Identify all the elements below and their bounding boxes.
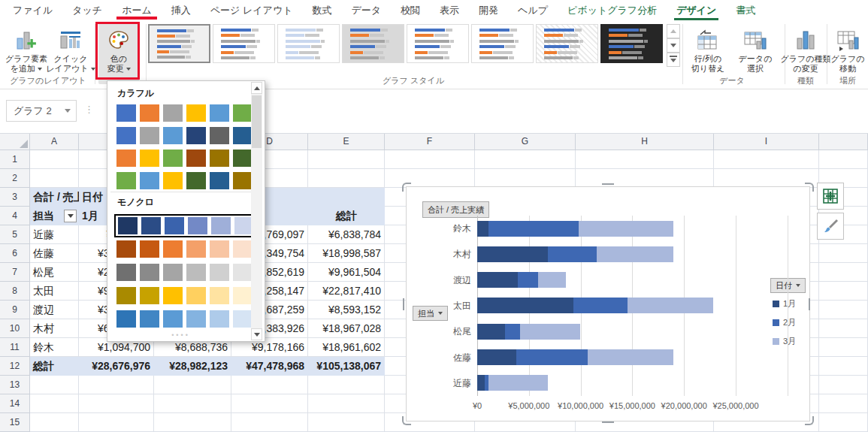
row-header-13[interactable]: 13 xyxy=(0,376,30,394)
tab-校閲[interactable]: 校閲 xyxy=(391,0,430,20)
bar-segment-1月[interactable] xyxy=(477,324,505,340)
colorful-palette-row-3[interactable] xyxy=(116,150,253,167)
bar-segment-3月[interactable] xyxy=(538,272,566,288)
color-swatch[interactable] xyxy=(163,150,183,167)
pivot-grand-total[interactable]: ¥28,982,123 xyxy=(154,357,231,376)
cell[interactable] xyxy=(819,357,868,376)
bar-segment-2月[interactable] xyxy=(516,349,587,365)
color-swatch[interactable] xyxy=(140,310,159,328)
color-swatch[interactable] xyxy=(188,217,207,234)
color-swatch[interactable] xyxy=(186,264,206,281)
column-header-A[interactable]: A xyxy=(30,133,79,150)
cell[interactable] xyxy=(231,413,308,432)
cell[interactable] xyxy=(308,169,385,188)
pivot-row-label[interactable]: 鈴木 xyxy=(30,338,79,357)
tab-ページ レイアウト[interactable]: ページ レイアウト xyxy=(201,0,303,20)
pivot-row-total[interactable]: ¥18,998,587 xyxy=(308,244,385,263)
bar-segment-2月[interactable] xyxy=(488,221,579,237)
tab-データ[interactable]: データ xyxy=(342,0,392,20)
colorful-palette-row-2[interactable] xyxy=(116,127,253,144)
column-header-G[interactable]: G xyxy=(475,133,576,150)
cell[interactable] xyxy=(819,150,868,169)
chart-style-thumbnail-7[interactable] xyxy=(536,24,598,63)
gallery-scroll-down-icon[interactable] xyxy=(667,38,680,53)
tab-タッチ[interactable]: タッチ xyxy=(62,0,112,20)
menu-resize-handle[interactable]: •••• xyxy=(107,331,254,339)
bar-segment-2月[interactable] xyxy=(518,272,539,288)
cell[interactable] xyxy=(308,376,385,394)
cell[interactable] xyxy=(819,301,868,319)
color-swatch[interactable] xyxy=(186,240,206,258)
gallery-more-styles-icon[interactable] xyxy=(667,53,680,67)
formula-bar-drag-handle[interactable]: ⋮ xyxy=(84,104,95,115)
bar-segment-2月[interactable] xyxy=(573,298,628,313)
color-swatch[interactable] xyxy=(186,310,206,328)
color-swatch[interactable] xyxy=(163,310,183,328)
row-header-5[interactable]: 5 xyxy=(0,225,30,244)
pivot-row-label[interactable]: 松尾 xyxy=(30,263,79,282)
color-swatch[interactable] xyxy=(163,104,183,122)
color-swatch[interactable] xyxy=(210,104,229,122)
pivot-row-total[interactable]: ¥22,817,410 xyxy=(308,282,385,301)
color-swatch[interactable] xyxy=(140,127,159,144)
color-swatch[interactable] xyxy=(210,264,229,281)
color-swatch[interactable] xyxy=(140,240,159,258)
column-header-I[interactable]: I xyxy=(714,133,819,150)
menu-scrollbar[interactable] xyxy=(251,82,262,340)
tab-挿入[interactable]: 挿入 xyxy=(162,0,201,20)
color-swatch[interactable] xyxy=(140,104,159,122)
color-swatch[interactable] xyxy=(210,310,229,328)
color-swatch[interactable] xyxy=(140,264,159,281)
pivot-grand-total-label[interactable]: 総計 xyxy=(30,357,79,376)
cell[interactable] xyxy=(30,413,79,432)
column-header-H[interactable]: H xyxy=(576,133,714,150)
bar-segment-3月[interactable] xyxy=(588,349,674,365)
pivot-header-grand-total[interactable]: 総計 xyxy=(308,207,385,225)
row-header-9[interactable]: 9 xyxy=(0,301,30,319)
tab-デザイン[interactable]: デザイン xyxy=(667,0,726,20)
tab-数式[interactable]: 数式 xyxy=(303,0,342,20)
row-header-6[interactable]: 6 xyxy=(0,244,30,263)
cell[interactable] xyxy=(79,413,154,432)
chart-style-thumbnail-2[interactable] xyxy=(213,24,275,63)
colorful-palette-row-1[interactable] xyxy=(116,104,253,122)
cell[interactable] xyxy=(79,394,154,413)
pivot-grand-total[interactable]: ¥28,676,976 xyxy=(79,357,154,376)
pivot-grand-total[interactable]: ¥105,138,067 xyxy=(308,357,385,376)
color-swatch[interactable] xyxy=(116,172,136,189)
color-swatch[interactable] xyxy=(165,217,184,234)
color-swatch[interactable] xyxy=(118,217,138,234)
row-header-8[interactable]: 8 xyxy=(0,282,30,301)
cell[interactable] xyxy=(231,376,308,394)
chart-elements-button[interactable] xyxy=(817,183,844,210)
name-box-dropdown-icon[interactable] xyxy=(65,109,71,113)
cell[interactable] xyxy=(819,282,868,301)
chart-styles-brush-button[interactable] xyxy=(817,213,844,240)
chart-style-thumbnail-3[interactable] xyxy=(277,24,340,63)
pivot-row-total[interactable]: ¥18,961,602 xyxy=(308,338,385,357)
column-header-E[interactable]: E xyxy=(308,133,385,150)
color-swatch[interactable] xyxy=(233,264,253,281)
mono-palette-row-5[interactable] xyxy=(116,310,253,328)
bar-segment-3月[interactable] xyxy=(579,221,673,237)
color-swatch[interactable] xyxy=(233,150,253,167)
cell[interactable] xyxy=(714,150,819,169)
color-swatch[interactable] xyxy=(163,240,183,258)
color-swatch[interactable] xyxy=(163,287,183,304)
color-swatch[interactable] xyxy=(140,287,159,304)
cell[interactable] xyxy=(30,169,79,188)
color-swatch[interactable] xyxy=(233,127,253,144)
bar-segment-1月[interactable] xyxy=(477,246,548,262)
bar-segment-3月[interactable] xyxy=(597,246,673,262)
color-swatch[interactable] xyxy=(116,127,136,144)
color-swatch[interactable] xyxy=(186,104,206,122)
name-box[interactable]: グラフ 2 xyxy=(6,100,77,122)
color-swatch[interactable] xyxy=(163,172,183,189)
select-all-corner[interactable] xyxy=(0,133,30,150)
scroll-up-icon[interactable] xyxy=(251,82,262,94)
color-swatch[interactable] xyxy=(210,127,229,144)
bar-segment-3月[interactable] xyxy=(488,375,548,391)
mono-palette-row-1[interactable] xyxy=(114,214,258,237)
bar-segment-2月[interactable] xyxy=(505,324,519,340)
row-header-12[interactable]: 12 xyxy=(0,357,30,376)
